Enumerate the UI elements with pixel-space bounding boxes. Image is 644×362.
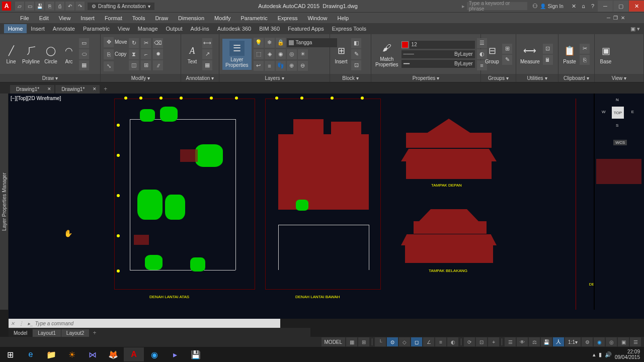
grid-toggle-icon[interactable]: ▦ bbox=[346, 337, 357, 346]
customize-status-icon[interactable]: ☰ bbox=[630, 337, 641, 346]
panel-view-label[interactable]: View ▾ bbox=[595, 74, 643, 82]
maximize-button[interactable]: ▢ bbox=[613, 1, 628, 12]
new-doc-tab[interactable]: + bbox=[101, 84, 110, 94]
layout-tab-2[interactable]: Layout2 bbox=[61, 329, 90, 337]
layer-walk-icon[interactable]: 👣 bbox=[276, 61, 286, 71]
app3-icon[interactable]: ◉ bbox=[144, 347, 165, 361]
cmdline-close-icon[interactable]: ✕ bbox=[9, 321, 17, 326]
tab-view[interactable]: View bbox=[114, 24, 134, 33]
viewcube-s[interactable]: S bbox=[616, 123, 618, 128]
ortho-toggle-icon[interactable]: └ bbox=[375, 337, 386, 346]
osnap-toggle-icon[interactable]: ◻ bbox=[411, 337, 422, 346]
viewcube-n[interactable]: N bbox=[616, 98, 619, 102]
doc-restore-icon[interactable]: ❐ bbox=[613, 15, 618, 21]
copy-clip-icon[interactable]: ⎘ bbox=[580, 55, 590, 65]
layer-properties-button[interactable]: ☰ Layer Properties bbox=[222, 39, 252, 70]
edit-block-icon[interactable]: ✎ bbox=[351, 49, 361, 59]
polar-toggle-icon[interactable]: ⊙ bbox=[387, 337, 398, 346]
panel-block-label[interactable]: Block ▾ bbox=[330, 74, 371, 82]
scale-dropdown[interactable]: 1:1 ▾ bbox=[565, 337, 581, 346]
hatch-icon[interactable]: ▦ bbox=[79, 60, 89, 70]
menu-file[interactable]: File bbox=[15, 15, 34, 21]
viewcube-face[interactable]: TOP bbox=[612, 107, 624, 119]
search-chevron-icon[interactable]: ▸ bbox=[462, 3, 465, 10]
layer-bulb-icon[interactable]: 💡 bbox=[254, 38, 264, 48]
qsave-icon[interactable]: 💾 bbox=[541, 337, 552, 346]
panel-layers-label[interactable]: Layers ▾ bbox=[219, 74, 330, 82]
units-icon[interactable]: ⚖ bbox=[529, 337, 540, 346]
tab-output[interactable]: Output bbox=[162, 24, 187, 33]
signin-button[interactable]: ⚇ 👤 Sign In bbox=[532, 3, 564, 10]
tab-addins[interactable]: Add-ins bbox=[187, 24, 213, 33]
annoscale-icon[interactable]: 人 bbox=[553, 337, 564, 346]
rectangle-icon[interactable]: ▭ bbox=[79, 38, 89, 48]
panel-utilities-label[interactable]: Utilities ▾ bbox=[516, 74, 558, 82]
layer-iso-icon[interactable]: ◈ bbox=[265, 49, 275, 59]
isolate-icon[interactable]: ◎ bbox=[606, 337, 617, 346]
menu-dimension[interactable]: Dimension bbox=[173, 15, 209, 21]
rotate-icon[interactable]: ↻ bbox=[129, 38, 139, 48]
annomonitor-icon[interactable]: 👁 bbox=[517, 337, 528, 346]
quickprops-icon[interactable]: ☰ bbox=[505, 337, 516, 346]
move-button[interactable]: ✥Move bbox=[104, 37, 127, 47]
layer-on-icon[interactable]: ◎ bbox=[287, 49, 297, 59]
linetype-dropdown[interactable]: ───ByLayer bbox=[401, 50, 475, 58]
doc-close-icon[interactable]: ✕ bbox=[621, 15, 625, 21]
menu-window[interactable]: Window bbox=[302, 15, 332, 21]
dyninput-icon[interactable]: + bbox=[488, 337, 499, 346]
tab-annotate[interactable]: Annotate bbox=[49, 24, 79, 33]
app5-icon[interactable]: 💾 bbox=[186, 347, 206, 361]
isodraft-icon[interactable]: ◇ bbox=[399, 337, 410, 346]
layer-match-icon[interactable]: ⬚ bbox=[254, 49, 264, 59]
command-input[interactable]: Type a command bbox=[35, 321, 74, 326]
fillet-icon[interactable]: ⌐ bbox=[141, 49, 151, 59]
explorer-icon[interactable]: 📁 bbox=[41, 347, 61, 361]
color-dropdown[interactable]: 12 bbox=[410, 41, 475, 49]
doc-tab[interactable]: Drawing1*✕ bbox=[10, 85, 54, 94]
menu-parametric[interactable]: Parametric bbox=[235, 15, 272, 21]
cleanscreen-icon[interactable]: ▣ bbox=[618, 337, 629, 346]
hardware-accel-icon[interactable]: ◉ bbox=[594, 337, 605, 346]
menu-edit[interactable]: Edit bbox=[34, 15, 54, 21]
menu-draw[interactable]: Draw bbox=[150, 15, 173, 21]
menu-tools[interactable]: Tools bbox=[127, 15, 150, 21]
close-tab-icon[interactable]: ✕ bbox=[93, 86, 97, 92]
mirror-icon[interactable]: ⧗ bbox=[129, 49, 139, 59]
save-icon[interactable]: 💾 bbox=[35, 2, 44, 11]
arc-button[interactable]: ◠Arc bbox=[61, 43, 77, 65]
lineweight-toggle-icon[interactable]: ≡ bbox=[435, 337, 446, 346]
quickcalc-icon[interactable]: 🖩 bbox=[543, 55, 553, 65]
tab-express[interactable]: Express Tools bbox=[328, 24, 370, 33]
layer-state-icon[interactable]: ≡ bbox=[265, 61, 275, 71]
menu-express[interactable]: Express bbox=[273, 15, 303, 21]
wcs-badge[interactable]: WCS bbox=[613, 140, 627, 145]
layer-merge-icon[interactable]: ⊕ bbox=[287, 61, 297, 71]
undo-icon[interactable]: ↶ bbox=[65, 2, 74, 11]
layout-tab-1[interactable]: Layout1 bbox=[33, 329, 61, 337]
offset-icon[interactable]: ⫽ bbox=[153, 60, 163, 70]
cmdline-handle-icon[interactable]: ⋮ bbox=[17, 321, 26, 326]
app1-icon[interactable]: ☀ bbox=[62, 347, 82, 361]
status-model-button[interactable]: MODEL bbox=[321, 337, 346, 346]
add-layout-button[interactable]: + bbox=[90, 328, 99, 337]
text-button[interactable]: AText bbox=[184, 43, 200, 65]
search-input[interactable]: Type a keyword or phrase bbox=[467, 2, 527, 10]
measure-button[interactable]: ⟷Measure bbox=[519, 43, 541, 65]
tab-a360[interactable]: Autodesk 360 bbox=[213, 24, 255, 33]
tab-featured[interactable]: Featured Apps bbox=[284, 24, 328, 33]
create-block-icon[interactable]: ◧ bbox=[351, 38, 361, 48]
layout-tab-model[interactable]: Model bbox=[9, 329, 32, 337]
panel-clipboard-label[interactable]: Clipboard ▾ bbox=[558, 74, 594, 82]
clock[interactable]: 22:09 09/04/2015 bbox=[615, 349, 640, 360]
select-all-icon[interactable]: ⊡ bbox=[543, 44, 553, 54]
plot-icon[interactable]: ⎙ bbox=[55, 2, 64, 11]
layer-lock-icon[interactable]: 🔒 bbox=[276, 38, 286, 48]
exchange-icon[interactable]: ✕ bbox=[572, 3, 576, 10]
erase-icon[interactable]: ⌫ bbox=[153, 38, 163, 48]
tab-parametric[interactable]: Parametric bbox=[79, 24, 114, 33]
workspace-dropdown[interactable]: ⚙ Drafting & Annotation ▾ bbox=[88, 3, 154, 10]
match-properties-button[interactable]: 🖌Match Properties bbox=[374, 40, 399, 68]
layer-properties-panel[interactable]: Layer Properties Manager bbox=[0, 94, 8, 310]
panel-annotation-label[interactable]: Annotation ▾ bbox=[181, 74, 219, 82]
ie-icon[interactable]: e bbox=[21, 347, 41, 361]
